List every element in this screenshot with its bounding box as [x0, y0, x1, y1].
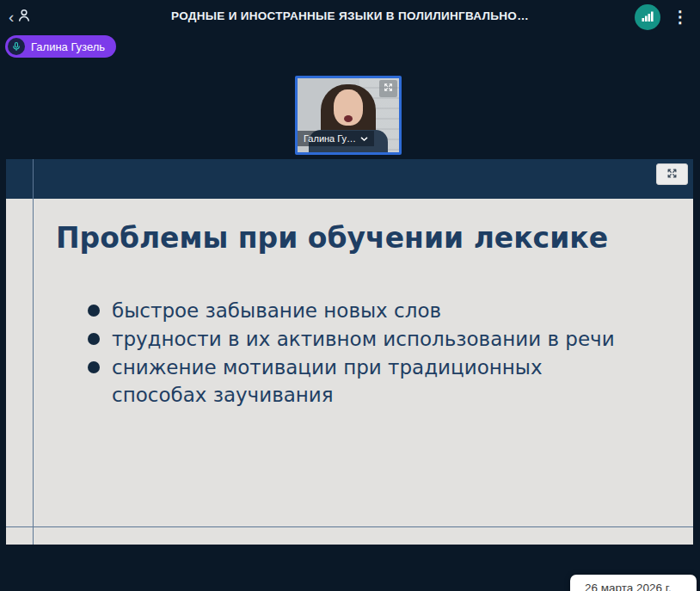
- webcam-video: Галина Гу…: [298, 78, 399, 152]
- slide-bullet: быстрое забывание новых слов: [88, 297, 625, 324]
- top-bar: ‹ РОДНЫЕ И ИНОСТРАННЫЕ ЯЗЫКИ В ПОЛИЛИНГВ…: [0, 0, 700, 34]
- expand-arrows-icon: [383, 82, 394, 95]
- speaker-name: Галина Гузель: [31, 40, 105, 53]
- talking-indicator-badge[interactable]: Галина Гузель: [5, 35, 116, 58]
- slide-boundary-hline: [6, 526, 693, 527]
- date-text: 26 марта 2026 г.: [585, 582, 672, 591]
- slide-title: Проблемы при обучении лексике: [56, 221, 608, 255]
- webcam-name-label: Галина Гу…: [304, 133, 356, 144]
- expand-arrows-icon: [666, 167, 679, 182]
- webcam-thumbnail[interactable]: Галина Гу…: [295, 76, 402, 155]
- meeting-title: РОДНЫЕ И ИНОСТРАННЫЕ ЯЗЫКИ В ПОЛИЛИНГВАЛ…: [0, 9, 700, 22]
- slide-bullet: снижение мотивации при традиционных спос…: [88, 354, 625, 409]
- date-tooltip: 26 марта 2026 г.: [570, 575, 697, 591]
- options-menu-button[interactable]: ⋮: [671, 4, 690, 30]
- video-conference-app: ‹ РОДНЫЕ И ИНОСТРАННЫЕ ЯЗЫКИ В ПОЛИЛИНГВ…: [0, 0, 700, 591]
- webcam-name-dropdown[interactable]: Галина Гу…: [298, 131, 374, 146]
- mic-icon: [8, 38, 25, 55]
- bullet-dot: [88, 333, 100, 345]
- slide-boundary-vline: [33, 159, 34, 545]
- chevron-down-icon: [360, 133, 368, 144]
- presentation-area: Проблемы при обучении лексике быстрое за…: [6, 159, 693, 545]
- slide-top-band: [6, 159, 693, 199]
- slide-bullet-list: быстрое забывание новых слов трудности в…: [88, 297, 625, 409]
- bullet-dot: [88, 305, 100, 317]
- webcam-fullscreen-button[interactable]: [379, 80, 397, 97]
- signal-bars-icon: [641, 9, 654, 26]
- bullet-dot: [88, 361, 100, 373]
- presentation-fullscreen-button[interactable]: [656, 163, 688, 185]
- connection-status-button[interactable]: [635, 4, 660, 30]
- slide-bullet: трудности в их активном использовании в …: [88, 325, 625, 353]
